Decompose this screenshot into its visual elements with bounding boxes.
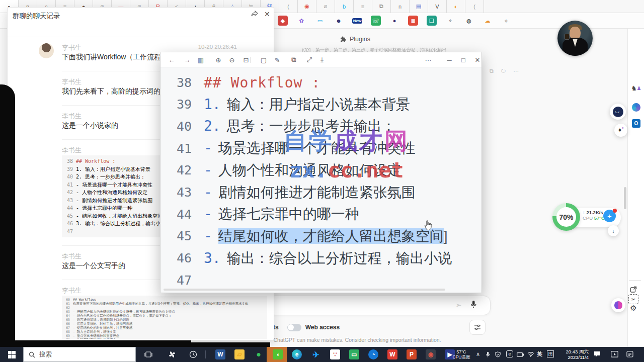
clock-app-icon[interactable]	[187, 348, 199, 360]
taskbar-app-explorer[interactable]: ▱	[233, 348, 246, 360]
bookmark-icon[interactable]: ⟡	[501, 16, 511, 26]
bookmark-icon[interactable]: ≣	[408, 16, 418, 26]
taskbar-app-word[interactable]: W	[214, 348, 226, 360]
editor-line: 47	[160, 269, 481, 291]
taskbar-app-powerpoint[interactable]: P	[406, 348, 418, 360]
browser-tab[interactable]: b	[335, 0, 354, 13]
bookmark-icon[interactable]: ☻	[334, 16, 344, 26]
page-scrollbar-thumb[interactable]	[624, 187, 626, 209]
maximize-button[interactable]: □	[458, 55, 468, 65]
taskbar-app-contacts[interactable]: ◔	[367, 348, 379, 360]
tray-video-popup-icon[interactable]	[611, 351, 618, 357]
taskbar-app-recorder[interactable]: ◉	[425, 348, 437, 360]
copilot-icon[interactable]	[632, 103, 640, 112]
sparkle-assistant-button[interactable]: ✦✦	[614, 124, 627, 137]
collapse-down-button[interactable]: ↓	[608, 225, 619, 236]
taskbar-app-screenshare[interactable]: ▭	[348, 348, 360, 360]
monica-assistant-button[interactable]	[610, 104, 626, 120]
plugins-header[interactable]: Plugins	[340, 36, 370, 43]
viewer-tool-icon[interactable]: ▦	[196, 55, 206, 65]
more-options-icon[interactable]: ⋯	[423, 55, 433, 65]
taskbar-app-wechat[interactable]: ◖	[272, 348, 284, 360]
bookmark-icon[interactable]: ◆	[278, 16, 288, 26]
viewer-tool-icon[interactable]: ⤢	[304, 55, 314, 65]
tray-shield-icon[interactable]	[495, 351, 501, 357]
browser-tab[interactable]: V	[428, 0, 447, 13]
viewer-tool-icon[interactable]: ▢	[259, 55, 269, 65]
bookmark-icon[interactable]: ❏	[427, 16, 437, 26]
taskbar-app-edge[interactable]: e	[291, 348, 303, 360]
viewer-tool-icon[interactable]: ⧉	[289, 55, 299, 65]
mouse-cursor-hand	[424, 220, 432, 231]
tray-cpu-temp[interactable]: 57°CCPU温度	[449, 349, 473, 359]
game-chess-icon[interactable]: ♞♟	[632, 84, 640, 93]
web-access-toggle[interactable]	[287, 324, 301, 331]
viewer-tool-icon[interactable]: ⤓	[317, 55, 327, 65]
line-number: 69	[65, 334, 70, 338]
taskbar-app-green-assist[interactable]: ●	[253, 348, 265, 360]
viewer-tool-icon[interactable]: ⊡	[241, 55, 251, 65]
tray-clock[interactable]: 20:43 周六2023/11/4	[557, 349, 589, 360]
viewer-tool-icon[interactable]: ⊕	[213, 55, 223, 65]
tray-device-icon[interactable]	[517, 352, 524, 357]
bookmark-icon[interactable]: ⌖	[445, 16, 455, 26]
cpu-usage-ring[interactable]: 70%	[552, 203, 580, 231]
settings-gear-icon[interactable]: ⚙	[628, 303, 638, 313]
windows-taskbar: 搜索 W▱●◖e✈∵▭◔WP◉▶ 57°CCPU温度 ∧ e 英 田 20:43…	[0, 347, 644, 362]
video-letterbox-left	[0, 84, 15, 347]
viewer-tool-icon[interactable]: ←	[167, 55, 177, 65]
ai-brain-button[interactable]	[611, 298, 625, 312]
browser-tab[interactable]: ≡	[354, 0, 372, 13]
send-icon[interactable]: ➢	[455, 301, 462, 310]
tray-microphone-icon[interactable]	[485, 351, 491, 358]
tray-notes-icon[interactable]	[626, 351, 633, 357]
horizontal-scrollbar[interactable]	[164, 289, 445, 291]
tray-notification-icon[interactable]	[594, 351, 601, 357]
bookmark-icon[interactable]: New	[352, 16, 362, 26]
browser-tab[interactable]: (	[465, 0, 484, 13]
viewer-tool-icon[interactable]: ⊖	[227, 55, 237, 65]
browser-tab[interactable]: ⌀	[316, 0, 335, 13]
toolbar-separator	[205, 57, 205, 63]
line-number: 63	[65, 310, 70, 314]
close-icon[interactable]: ✕	[264, 10, 270, 18]
close-button[interactable]: ✕	[472, 55, 482, 65]
browser-tab[interactable]: ◐	[447, 0, 465, 13]
viewer-tool-icon[interactable]: →	[182, 55, 192, 65]
tray-ime-grid[interactable]: 田	[547, 350, 554, 357]
taskbar-search-box[interactable]: 搜索	[23, 347, 136, 362]
browser-tab[interactable]: ▤	[410, 0, 428, 13]
message-action-icons[interactable]: ⧉ ↻ ⋯	[490, 68, 522, 74]
outlook-icon[interactable]: O	[632, 119, 640, 128]
bookmark-icon[interactable]: ◍	[464, 16, 474, 26]
browser-tab[interactable]: ◉	[298, 0, 316, 13]
start-button[interactable]	[0, 347, 23, 362]
forward-icon[interactable]	[251, 11, 258, 18]
taskbar-app-wps[interactable]: W	[386, 348, 398, 360]
microphone-icon[interactable]	[470, 300, 477, 309]
line-number: 46	[65, 220, 73, 228]
bookmark-icon[interactable]: ☏	[371, 16, 381, 26]
pinwheel-app-icon[interactable]	[166, 348, 178, 360]
bookmark-icon[interactable]: ✿	[296, 16, 306, 26]
open-external-icon[interactable]	[628, 285, 638, 295]
upload-speed: 21.2K/s	[586, 210, 603, 215]
input-settings-button[interactable]	[469, 320, 486, 335]
tray-ime-language[interactable]: 英	[537, 350, 542, 358]
tray-wifi-icon[interactable]	[527, 351, 534, 357]
bookmark-icon[interactable]: ▭	[315, 16, 325, 26]
browser-tab[interactable]: (	[279, 0, 298, 13]
line-number: 70	[65, 338, 70, 339]
bookmark-icon[interactable]: ●	[389, 16, 399, 26]
browser-tab[interactable]: n	[391, 0, 410, 13]
taskbar-app-blue-app[interactable]: ✈	[310, 348, 322, 360]
screen-capture-icon[interactable]: ✂	[628, 294, 638, 304]
bookmark-icon[interactable]: ☁	[482, 16, 493, 26]
task-view-icon[interactable]	[142, 348, 154, 360]
circles-app-icon: ∵	[330, 349, 340, 359]
minimize-button[interactable]: ─	[444, 55, 454, 65]
tray-e-icon[interactable]: e	[506, 350, 513, 357]
tray-expand-chevron[interactable]: ∧	[476, 351, 480, 357]
taskbar-app-circles-app[interactable]: ∵	[329, 348, 341, 360]
browser-tab[interactable]: ⧉	[372, 0, 391, 13]
